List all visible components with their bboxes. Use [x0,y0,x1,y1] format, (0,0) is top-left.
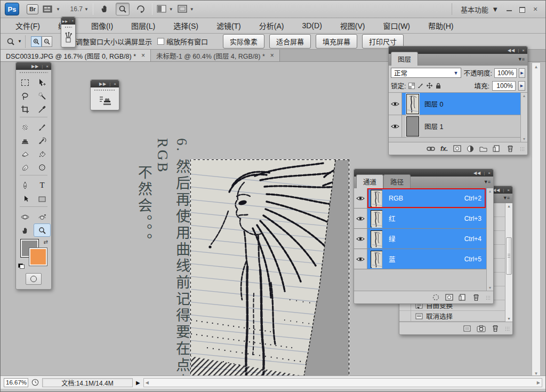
panel-close-icon[interactable]: × [488,171,491,175]
delete-state-icon[interactable] [491,324,500,332]
menu-filter[interactable]: 滤镜(T) [216,20,241,31]
lock-position-icon[interactable] [426,82,433,89]
channel-visibility-toggle[interactable] [354,249,367,269]
delete-layer-icon[interactable] [506,145,515,153]
scrollbar-thumb[interactable] [506,237,512,275]
menu-layer[interactable]: 图层(L) [131,20,155,31]
zoom-out-mode-button[interactable] [42,36,52,47]
save-selection-as-channel-icon[interactable] [445,293,453,301]
link-layers-icon[interactable] [427,146,435,151]
panel-float-icon[interactable]: ▶▶ [31,64,39,69]
tab-close-icon[interactable]: × [270,52,274,59]
minimize-button[interactable] [506,6,513,12]
panel-collapse-icon[interactable]: ◀◀ [473,171,481,175]
panel-close-icon[interactable]: × [507,188,510,193]
scroll-up-icon[interactable]: ▲ [523,94,526,98]
quick-mask-button[interactable] [26,273,42,285]
layers-scrollbar[interactable]: ▲ ▼ [520,93,527,142]
menu-help[interactable]: 帮助(H) [428,20,453,31]
history-source-checkbox[interactable] [399,311,411,321]
current-tool-preset[interactable]: ▼ [6,35,26,48]
close-button[interactable]: × [532,6,539,12]
toolbox-header[interactable]: ▶▶|× [16,62,51,70]
path-selection-tool[interactable] [17,192,34,205]
panel-resize-grip[interactable] [486,295,490,300]
lock-transparency-icon[interactable] [408,83,415,89]
tab-close-icon[interactable]: × [141,52,145,59]
panel-menu-icon[interactable]: ▼≡ [518,57,524,62]
channel-row-blue[interactable]: 蓝 Ctrl+5 [354,249,493,269]
document-tab-2[interactable]: 未标题-1 @ 60.4% (图层 4, RGB/8) * × [151,50,280,61]
adjustment-layer-icon[interactable] [467,145,474,153]
panel-resize-grip[interactable] [505,326,509,331]
scroll-down-icon[interactable]: ▼ [488,286,492,290]
zoom-level-control[interactable]: 16.7 ▼ [65,5,89,13]
panel-collapse-icon[interactable]: ◀◀ [493,188,500,193]
dodge-tool[interactable] [34,161,51,174]
launch-minibridge-button[interactable]: ▼ [43,5,60,13]
default-colors-icon[interactable] [18,263,25,269]
gradient-paint-bucket-tool[interactable] [34,147,51,161]
panel-collapse-icon[interactable]: ◀◀ [508,48,515,53]
document-tab-1[interactable]: DSC00319.JPG @ 16.7% (图层 0, RGB/8) * × [1,50,151,61]
zoom-all-windows-checkbox[interactable]: 缩放所有窗口 [157,36,208,46]
tab-paths[interactable]: 路径 [383,174,411,188]
panel-grip[interactable] [94,89,116,93]
new-document-from-state-icon[interactable] [463,325,471,332]
zoom-tool-button[interactable] [116,3,130,15]
fill-screen-button[interactable]: 填充屏幕 [316,34,357,49]
channel-visibility-toggle[interactable] [354,209,367,228]
hand-tool[interactable] [17,223,34,237]
scroll-up-icon[interactable]: ▲ [534,65,539,69]
menu-image[interactable]: 图像(I) [91,20,113,31]
panel-menu-icon[interactable]: ▼≡ [484,179,490,185]
move-tool[interactable] [34,76,51,89]
menu-view[interactable]: 视图(V) [340,20,365,31]
3d-orbit-tool[interactable] [34,210,51,223]
channel-row-green[interactable]: 绿 Ctrl+4 [354,229,493,249]
rectangular-marquee-tool[interactable] [17,76,34,89]
panel-resize-grip[interactable] [520,147,524,151]
3d-rotate-tool[interactable] [17,210,34,223]
fit-screen-button[interactable]: 适合屏幕 [269,34,311,49]
layer-name[interactable]: 图层 0 [424,99,443,109]
document-horizontal-scrollbar[interactable]: ◀ ▶ [143,378,542,387]
panel-float-icon[interactable]: ▶▶ [62,19,68,23]
channel-row-rgb[interactable]: RGB Ctrl+2 [354,188,493,209]
actual-pixels-button[interactable]: 实际像素 [223,34,264,49]
delete-channel-icon[interactable] [472,293,480,301]
swap-colors-icon[interactable]: ⇄ [44,239,48,245]
spot-healing-tool[interactable] [17,121,34,134]
arrange-documents-button[interactable]: ▼ [157,5,173,13]
screen-mode-button[interactable]: ▼ [178,5,194,13]
new-snapshot-camera-icon[interactable] [477,325,486,332]
toolbox-grip[interactable] [19,71,48,75]
type-tool[interactable]: T [34,179,51,192]
restore-button[interactable] [519,6,526,12]
opacity-stepper[interactable]: ▶ [519,68,525,78]
shape-tool[interactable] [34,192,51,205]
rotate-view-button[interactable] [134,3,148,15]
channel-visibility-toggle[interactable] [354,229,367,249]
channel-row-red[interactable]: 红 Ctrl+3 [354,209,493,229]
tool-presets-mini-panel[interactable]: ▶▶|× [61,17,76,47]
history-step-deselect[interactable]: 取消选择 [399,311,512,322]
layer-style-icon[interactable]: fx. [440,145,448,153]
panel-close-icon[interactable]: × [114,82,117,86]
eraser-tool[interactable] [17,147,34,161]
layer-row-1[interactable]: 图层 1 [389,115,527,138]
eyedropper-tool[interactable] [34,102,51,116]
scroll-down-icon[interactable]: ▼ [523,137,526,141]
layer-thumbnail[interactable] [406,94,419,114]
status-flyout-icon[interactable]: ▶ [136,380,140,386]
blur-smudge-tool[interactable] [17,161,34,174]
hand-tool-button[interactable] [98,3,111,15]
panel-close-icon[interactable]: × [71,19,74,22]
menu-select[interactable]: 选择(S) [173,20,198,31]
menu-3d[interactable]: 3D(D) [302,21,322,30]
panel-close-icon[interactable]: × [522,48,525,53]
new-channel-icon[interactable] [459,293,467,301]
new-layer-icon[interactable] [493,145,501,153]
menu-window[interactable]: 窗口(W) [383,20,410,31]
load-selection-icon[interactable] [432,293,440,301]
